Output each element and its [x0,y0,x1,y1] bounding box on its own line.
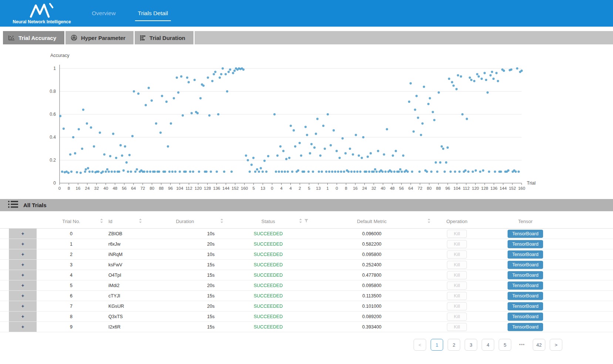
tab-hyper-parameter[interactable]: Hyper Parameter [65,31,134,44]
operation-cell: Kill [433,249,481,259]
column-header-operation: Operation [433,214,481,228]
column-label-status: Status [262,219,275,224]
row-filler [570,280,613,290]
svg-text:96: 96 [445,186,450,191]
kill-button[interactable]: Kill [447,250,467,259]
svg-text:48: 48 [390,186,395,191]
pagination-page-42[interactable]: 42 [533,339,545,351]
status-cell: SUCCEEDED [226,260,311,270]
duration-cell: 15s [144,260,226,270]
kill-button[interactable]: Kill [447,282,467,290]
trial-id-cell: O4TpI [105,270,144,280]
header-filler [570,214,613,228]
pagination-prev-button[interactable]: < [414,339,426,351]
table-row: +9I2x6R15sSUCCEEDED0.393400KillTensorBoa… [0,322,613,332]
expand-row-button[interactable]: + [9,311,37,321]
tensorboard-button[interactable]: TensorBoard [508,323,543,331]
tensor-cell: TensorBoard [481,301,570,311]
tensorboard-button[interactable]: TensorBoard [508,313,543,321]
row-filler [570,229,613,239]
svg-text:160: 160 [518,186,525,191]
column-header-status: Status [226,214,311,228]
svg-text:144: 144 [499,186,507,191]
pagination-page-2[interactable]: 2 [448,339,460,351]
svg-text:32: 32 [371,186,376,191]
tensorboard-button[interactable]: TensorBoard [508,240,543,248]
svg-text:128: 128 [481,186,488,191]
kill-button[interactable]: Kill [447,323,467,331]
svg-text:112: 112 [186,186,192,191]
tab-trial-accuracy[interactable]: Trial Accuracy [3,31,64,44]
svg-text:13: 13 [260,186,265,191]
expand-row-button[interactable]: + [9,249,37,259]
svg-text:32: 32 [94,186,99,191]
expand-row-button[interactable]: + [9,270,37,280]
kill-button[interactable]: Kill [447,302,467,310]
expand-row-button[interactable]: + [9,239,37,249]
pagination-next-button[interactable]: > [550,339,562,351]
nni-logo[interactable]: Neural Network Intelligence [10,3,73,24]
kill-button[interactable]: Kill [447,271,467,279]
svg-text:56: 56 [122,186,127,191]
filter-icon[interactable] [304,219,309,224]
status-cell: SUCCEEDED [226,249,311,259]
tensorboard-button[interactable]: TensorBoard [508,261,543,269]
pagination-page-5[interactable]: 5 [499,339,511,351]
pagination-page-3[interactable]: 3 [465,339,477,351]
duration-cell: 15s [144,322,226,332]
sort-icon[interactable] [139,218,142,225]
default-metric-cell: 0.089200 [311,311,433,321]
kill-button[interactable]: Kill [447,313,467,321]
default-metric-cell: 0.095800 [311,249,433,259]
sort-icon[interactable] [100,218,103,225]
svg-text:144: 144 [222,186,230,191]
kill-button[interactable]: Kill [447,292,467,300]
tensorboard-button[interactable]: TensorBoard [508,230,543,238]
sort-icon[interactable] [427,218,431,225]
tensorboard-button[interactable]: TensorBoard [508,271,543,279]
operation-cell: Kill [433,229,481,239]
table-row: +5iMdi220sSUCCEEDED0.095800KillTensorBoa… [0,280,613,291]
tab-trial-duration[interactable]: Trial Duration [135,31,193,44]
trial-no-cell: 2 [37,249,105,259]
duration-icon [140,35,146,41]
nav-tab-trials-detail[interactable]: Trials Detail [137,8,169,19]
expand-row-button[interactable]: + [9,280,37,290]
svg-text:4: 4 [280,186,283,191]
table-row: +8Q3xTS15sSUCCEEDED0.089200KillTensorBoa… [0,311,613,322]
column-header-id: Id [105,214,144,228]
sort-icon[interactable] [220,218,223,225]
pagination-ellipsis: ••• [516,339,528,351]
operation-cell: Kill [433,239,481,249]
tensorboard-button[interactable]: TensorBoard [508,292,543,300]
tensorboard-button[interactable]: TensorBoard [508,250,543,259]
svg-text:72: 72 [140,186,145,191]
expand-cell: + [0,229,37,239]
table-row: +4O4TpI15sSUCCEEDED0.477800KillTensorBoa… [0,270,613,280]
expand-row-button[interactable]: + [9,301,37,311]
expand-row-button[interactable]: + [9,291,37,301]
tensorboard-button[interactable]: TensorBoard [508,302,543,310]
svg-text:88: 88 [436,186,441,191]
kill-button[interactable]: Kill [447,230,467,238]
nav-tab-overview[interactable]: Overview [91,8,117,19]
kill-button[interactable]: Kill [447,261,467,269]
expand-row-button[interactable]: + [9,260,37,270]
expand-row-button[interactable]: + [9,229,37,239]
sort-icon[interactable] [299,218,302,225]
column-icons [139,218,142,225]
trial-no-cell: 6 [37,291,105,301]
all-trials-header-bar: All Trials [0,199,613,211]
trial-no-cell: 4 [37,270,105,280]
pagination-page-4[interactable]: 4 [482,339,494,351]
pagination-page-1[interactable]: 1 [431,339,443,351]
operation-cell: Kill [433,260,481,270]
row-filler [570,301,613,311]
duration-cell: 20s [144,301,226,311]
expand-row-button[interactable]: + [9,322,37,332]
expand-cell: + [0,260,37,270]
chart-tab-bar: Trial AccuracyHyper ParameterTrial Durat… [0,31,613,44]
kill-button[interactable]: Kill [447,240,467,248]
table-row: +6cTYJI15sSUCCEEDED0.113500KillTensorBoa… [0,291,613,301]
tensorboard-button[interactable]: TensorBoard [508,282,543,290]
